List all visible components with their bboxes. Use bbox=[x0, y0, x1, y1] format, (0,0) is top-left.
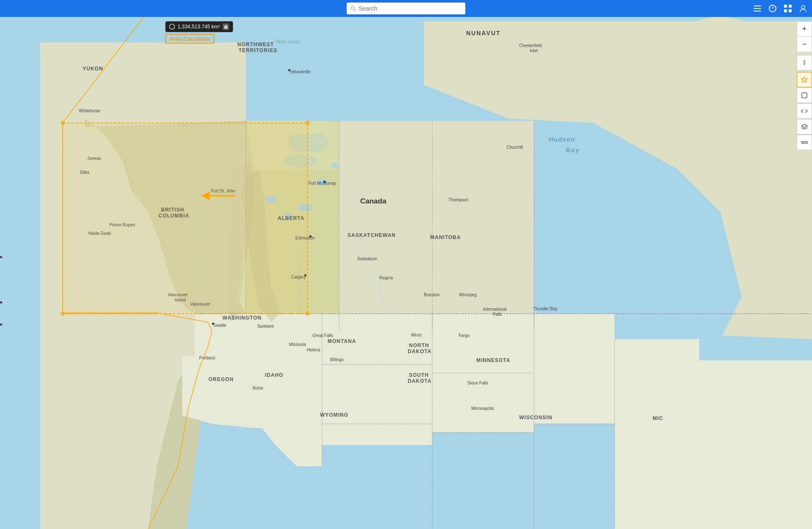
code-tool-button[interactable] bbox=[797, 103, 812, 119]
search-box[interactable] bbox=[347, 3, 465, 14]
layers-button[interactable] bbox=[797, 119, 812, 134]
svg-rect-50 bbox=[754, 6, 761, 6]
area-measurement-display: 1,334,513.745 km² bbox=[165, 21, 233, 32]
svg-point-34 bbox=[283, 213, 293, 219]
dot-yellowknife bbox=[288, 69, 290, 71]
dot-saskatoon bbox=[0, 256, 2, 258]
dot-seattle bbox=[212, 323, 214, 325]
svg-point-11 bbox=[275, 53, 318, 78]
svg-marker-64 bbox=[803, 63, 806, 66]
svg-marker-63 bbox=[803, 60, 806, 63]
svg-point-59 bbox=[801, 6, 805, 9]
zoom-out-button[interactable]: − bbox=[797, 36, 812, 52]
top-right-icons: ? bbox=[753, 0, 808, 17]
map-background bbox=[0, 0, 812, 529]
area-value: 1,334,513.745 km² bbox=[178, 24, 220, 30]
svg-rect-57 bbox=[784, 9, 787, 12]
svg-rect-66 bbox=[802, 93, 807, 98]
grid-icon[interactable] bbox=[783, 4, 793, 13]
zoom-in-button[interactable]: + bbox=[797, 21, 812, 36]
search-icon bbox=[350, 6, 356, 11]
delete-measurement-button[interactable] bbox=[222, 23, 229, 30]
dot-spokane bbox=[0, 323, 2, 326]
dot-vancouver bbox=[0, 301, 2, 303]
svg-point-48 bbox=[351, 6, 354, 10]
area-calculator-button[interactable]: Area Calculator bbox=[165, 34, 214, 44]
svg-point-36 bbox=[316, 179, 328, 186]
svg-line-49 bbox=[354, 10, 356, 11]
svg-rect-52 bbox=[754, 11, 761, 11]
scale-bar-button[interactable] bbox=[797, 135, 812, 150]
svg-point-33 bbox=[265, 196, 278, 203]
user-icon[interactable] bbox=[798, 4, 808, 13]
bookmark-tool-button[interactable] bbox=[797, 72, 812, 87]
help-icon[interactable]: ? bbox=[768, 4, 777, 13]
right-tool-panel bbox=[797, 72, 812, 150]
svg-rect-55 bbox=[784, 5, 787, 8]
menu-icon[interactable] bbox=[753, 4, 762, 13]
measurement-circle-icon bbox=[169, 24, 175, 30]
svg-point-37 bbox=[331, 163, 339, 168]
svg-point-3 bbox=[687, 17, 754, 51]
dot-fortmcmurray bbox=[323, 181, 325, 183]
svg-marker-65 bbox=[801, 77, 807, 82]
svg-rect-60 bbox=[224, 26, 228, 29]
search-input[interactable] bbox=[359, 5, 462, 12]
top-navigation-bar: ? bbox=[0, 0, 812, 17]
svg-rect-58 bbox=[789, 9, 792, 12]
compass-button[interactable] bbox=[797, 55, 812, 70]
svg-rect-68 bbox=[801, 142, 804, 143]
dot-calgary bbox=[304, 274, 306, 276]
svg-rect-51 bbox=[754, 8, 761, 9]
svg-point-35 bbox=[298, 204, 313, 212]
area-widget: 1,334,513.745 km² Area Calculator bbox=[165, 21, 233, 44]
map-container: ? 1,334,513.745 km² bbox=[0, 0, 812, 529]
map-controls: + − bbox=[797, 21, 812, 70]
dot-edmonton bbox=[309, 235, 311, 237]
svg-text:?: ? bbox=[771, 6, 774, 11]
rectangle-tool-button[interactable] bbox=[797, 88, 812, 103]
svg-rect-56 bbox=[789, 5, 792, 8]
